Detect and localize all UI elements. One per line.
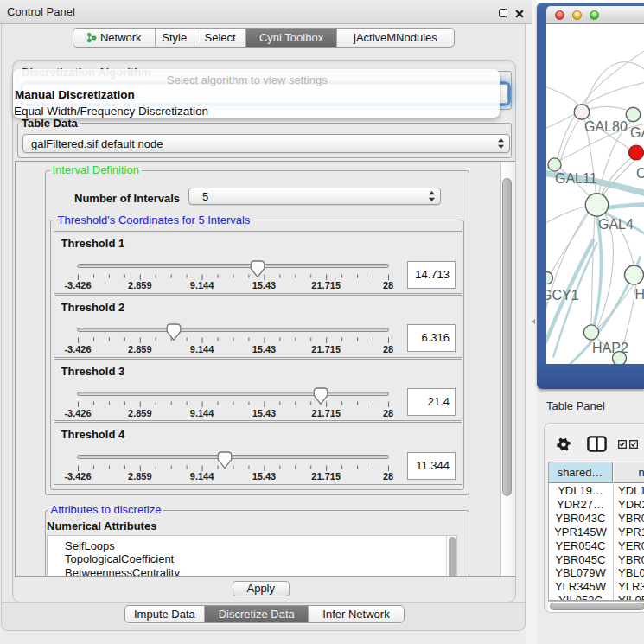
svg-text:GA: GA — [630, 124, 644, 139]
svg-text:GAL11: GAL11 — [555, 171, 597, 186]
svg-text:GAL4: GAL4 — [598, 217, 634, 232]
svg-text:C: C — [636, 165, 644, 180]
svg-text:H: H — [635, 286, 644, 301]
svg-text:GAL80: GAL80 — [584, 118, 628, 133]
svg-text:GCY1: GCY1 — [546, 288, 579, 303]
svg-text:HAP2: HAP2 — [592, 341, 628, 355]
